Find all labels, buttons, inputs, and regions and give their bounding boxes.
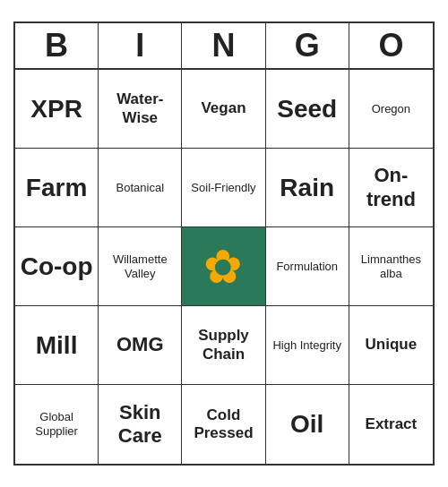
cell-label: Oregon <box>372 102 410 116</box>
header-letter: I <box>99 23 182 68</box>
cell-label: XPR <box>30 94 82 124</box>
bingo-cell: Formulation <box>266 227 349 306</box>
cell-label: Cold Pressed <box>185 406 261 443</box>
bingo-cell: OMG <box>99 306 182 385</box>
header-letter: N <box>182 23 265 68</box>
bingo-cell: Botanical <box>99 149 182 227</box>
bingo-cell: Skin Care <box>99 385 182 464</box>
bingo-cell: XPR <box>15 70 99 149</box>
bingo-cell: Farm <box>15 149 99 227</box>
cell-label: Botanical <box>116 181 164 195</box>
bingo-cell: Unique <box>349 306 433 385</box>
bingo-cell: Cold Pressed <box>182 385 265 464</box>
free-cell: ✿ <box>182 227 265 306</box>
cell-label: Soil-Friendly <box>191 181 255 195</box>
bingo-cell: Mill <box>15 306 99 385</box>
flower-icon: ✿ <box>203 244 243 290</box>
header-letter: G <box>266 23 349 68</box>
header-letter: O <box>349 23 433 68</box>
cell-label: Global Supplier <box>19 410 94 438</box>
bingo-cell: Vegan <box>182 70 265 149</box>
cell-label: Co-op <box>21 252 93 282</box>
bingo-cell: Oil <box>266 385 349 464</box>
bingo-cell: Global Supplier <box>15 385 99 464</box>
bingo-cell: Seed <box>266 70 349 149</box>
bingo-grid: XPRWater-WiseVeganSeedOregonFarmBotanica… <box>15 70 433 464</box>
cell-label: Farm <box>26 173 87 203</box>
cell-label: OMG <box>116 333 164 356</box>
cell-label: Skin Care <box>102 401 177 449</box>
cell-label: Water-Wise <box>102 90 177 127</box>
cell-label: Limnanthes alba <box>353 252 429 280</box>
bingo-cell: Oregon <box>349 70 433 149</box>
cell-label: Unique <box>366 336 418 354</box>
cell-label: Extract <box>366 415 418 433</box>
cell-label: Formulation <box>276 260 338 274</box>
bingo-cell: Water-Wise <box>99 70 182 149</box>
cell-label: Seed <box>277 94 337 124</box>
header-letter: B <box>15 23 99 68</box>
bingo-cell: Extract <box>349 385 433 464</box>
bingo-cell: Rain <box>266 149 349 227</box>
cell-label: Willamette Valley <box>102 252 177 280</box>
cell-label: Vegan <box>201 99 246 117</box>
bingo-cell: Limnanthes alba <box>349 227 433 306</box>
cell-label: Oil <box>290 409 323 440</box>
cell-label: High Integrity <box>272 338 341 353</box>
cell-label: Mill <box>36 330 78 361</box>
bingo-cell: On-trend <box>349 149 433 227</box>
bingo-header: BINGO <box>15 23 433 70</box>
bingo-cell: High Integrity <box>266 306 349 385</box>
cell-label: Supply Chain <box>185 327 261 363</box>
bingo-cell: Soil-Friendly <box>182 149 265 227</box>
bingo-cell: Willamette Valley <box>99 227 182 306</box>
bingo-cell: Co-op <box>15 227 99 306</box>
cell-label: On-trend <box>353 164 429 211</box>
bingo-cell: Supply Chain <box>182 306 265 385</box>
bingo-card: BINGO XPRWater-WiseVeganSeedOregonFarmBo… <box>13 21 435 466</box>
cell-label: Rain <box>280 173 334 203</box>
